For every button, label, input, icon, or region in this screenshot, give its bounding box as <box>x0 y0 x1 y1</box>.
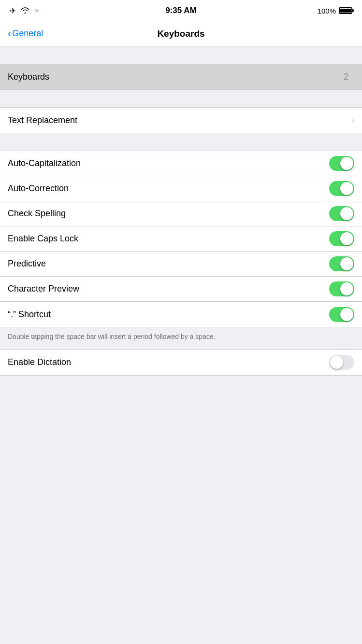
navigation-bar: ‹ General Keyboards <box>0 21 362 46</box>
enable-dictation-label: Enable Dictation <box>8 357 71 367</box>
section-gap-1 <box>0 90 362 107</box>
status-bar: ✈ ✳ 9:35 AM 100% <box>0 0 362 21</box>
battery-percent: 100% <box>318 7 336 15</box>
section-gap-2 <box>0 133 362 151</box>
toggle-label-predictive: Predictive <box>8 259 46 269</box>
keyboards-chevron-icon: › <box>351 72 354 82</box>
toggle-label-auto-correction: Auto-Correction <box>8 183 69 194</box>
toggle-label-period-shortcut: “.” Shortcut <box>8 309 51 320</box>
battery-icon <box>339 7 352 14</box>
toggle-switch-character-preview[interactable] <box>329 281 354 296</box>
toggle-row-auto-correction[interactable]: Auto-Correction <box>0 176 362 201</box>
toggle-knob-auto-capitalization <box>340 157 353 170</box>
keyboards-right: 2 › <box>344 72 354 82</box>
toggle-knob-character-preview <box>340 282 353 295</box>
period-shortcut-footer: Double tapping the space bar will insert… <box>0 327 362 350</box>
toggle-label-check-spelling: Check Spelling <box>8 209 66 219</box>
back-button[interactable]: ‹ General <box>8 28 43 39</box>
status-left-icons: ✈ ✳ <box>10 6 40 15</box>
toggle-knob-predictive <box>340 257 353 270</box>
toggles-section: Auto-CapitalizationAuto-CorrectionCheck … <box>0 151 362 327</box>
enable-dictation-row[interactable]: Enable Dictation <box>0 350 362 375</box>
text-replacement-row[interactable]: Text Replacement › <box>0 108 362 133</box>
toggle-knob-period-shortcut <box>340 308 353 321</box>
toggle-knob-enable-caps-lock <box>340 232 353 245</box>
dictation-section: Enable Dictation <box>0 350 362 376</box>
back-label: General <box>12 28 43 39</box>
toggle-row-character-preview[interactable]: Character Preview <box>0 277 362 302</box>
toggle-switch-predictive[interactable] <box>329 256 354 271</box>
toggle-label-character-preview: Character Preview <box>8 284 79 294</box>
keyboards-section: Keyboards 2 › <box>0 64 362 90</box>
back-chevron-icon: ‹ <box>8 28 11 39</box>
toggle-switch-check-spelling[interactable] <box>329 206 354 221</box>
toggle-row-auto-capitalization[interactable]: Auto-Capitalization <box>0 151 362 176</box>
text-replacement-right: › <box>351 115 354 126</box>
page-title: Keyboards <box>157 28 204 39</box>
text-replacement-section: Text Replacement › <box>0 107 362 133</box>
toggle-row-period-shortcut[interactable]: “.” Shortcut <box>0 302 362 327</box>
enable-dictation-toggle-knob <box>330 356 343 369</box>
enable-dictation-toggle[interactable] <box>329 355 354 370</box>
status-time: 9:35 AM <box>165 6 197 15</box>
toggle-row-enable-caps-lock[interactable]: Enable Caps Lock <box>0 226 362 252</box>
loading-icon: ✳ <box>34 7 40 14</box>
toggle-switch-enable-caps-lock[interactable] <box>329 231 354 246</box>
keyboards-label: Keyboards <box>8 72 49 82</box>
toggle-label-enable-caps-lock: Enable Caps Lock <box>8 234 78 244</box>
toggle-switch-period-shortcut[interactable] <box>329 307 354 322</box>
keyboards-count: 2 <box>344 72 348 82</box>
toggle-knob-check-spelling <box>340 207 353 220</box>
toggle-row-check-spelling[interactable]: Check Spelling <box>0 201 362 226</box>
toggle-switch-auto-correction[interactable] <box>329 181 354 196</box>
section-gap-top <box>0 46 362 64</box>
status-right-icons: 100% <box>318 7 352 15</box>
wifi-icon <box>21 7 29 15</box>
keyboards-row[interactable]: Keyboards 2 › <box>0 64 362 89</box>
toggle-switch-auto-capitalization[interactable] <box>329 156 354 171</box>
toggle-knob-auto-correction <box>340 182 353 195</box>
toggle-label-auto-capitalization: Auto-Capitalization <box>8 158 81 168</box>
toggle-row-predictive[interactable]: Predictive <box>0 252 362 277</box>
text-replacement-label: Text Replacement <box>8 115 77 126</box>
text-replacement-chevron-icon: › <box>351 115 354 126</box>
airplane-icon: ✈ <box>10 6 16 15</box>
